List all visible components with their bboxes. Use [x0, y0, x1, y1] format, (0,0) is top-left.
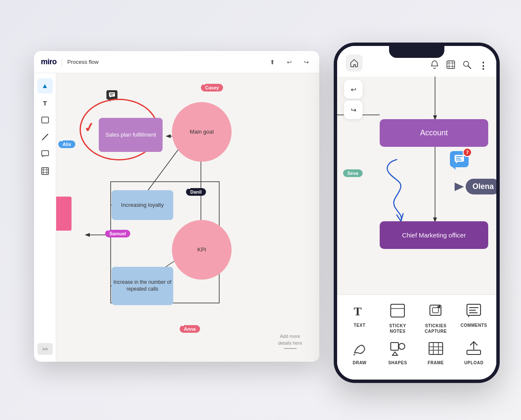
- svg-rect-19: [110, 94, 114, 94]
- add-more-details-text: Add moredetails here: [278, 333, 302, 349]
- alix-cursor: Alix: [58, 140, 75, 148]
- toolbar-text-icon: T: [349, 302, 371, 320]
- svg-point-26: [464, 61, 469, 66]
- sidebar-line-tool[interactable]: [37, 129, 53, 145]
- toolbar-comments-icon: [463, 302, 485, 320]
- toolbar-draw-item[interactable]: DRAW: [343, 339, 377, 365]
- phone-undo-button[interactable]: ↩: [344, 80, 363, 99]
- toolbar-text-item[interactable]: T TEXT: [343, 302, 377, 328]
- phone-comment-bubble[interactable]: 7: [450, 151, 469, 167]
- svg-rect-53: [467, 350, 481, 354]
- toolbar-row-2: DRAW SHAPES FRAME: [337, 339, 496, 365]
- toolbar-text-label: TEXT: [354, 323, 366, 328]
- home-icon[interactable]: [346, 54, 363, 71]
- phone-screen: ⋮ ↩ ↪: [337, 46, 496, 380]
- toolbar-capture-label: STICKIES CAPTURE: [425, 323, 447, 334]
- toolbar-shapes-label: SHAPES: [388, 360, 407, 365]
- phone-home-area: [346, 54, 363, 71]
- sidebar-sticky-tool[interactable]: [37, 112, 53, 128]
- phone-more-icon[interactable]: ⋮: [478, 60, 488, 71]
- toolbar-draw-label: DRAW: [352, 360, 366, 365]
- check-annotation: ✓: [83, 119, 96, 136]
- anna-cursor: Anna: [180, 325, 200, 333]
- casey-cursor: Casey: [201, 84, 223, 91]
- phone-search-icon[interactable]: [462, 60, 472, 71]
- increasing-loyalty-node[interactable]: Increasing loyalty: [112, 190, 173, 220]
- sidebar-select-tool[interactable]: ▲: [37, 78, 53, 94]
- svg-rect-40: [432, 308, 438, 313]
- scene: miro Process flow ⬆ ↩ ↪ ▲ T ···: [0, 0, 521, 420]
- canvas-area[interactable]: ✓ Sales plan fulfillment Main goal Incre…: [56, 73, 319, 362]
- window-sidebar: ▲ T ··· >>: [34, 73, 56, 362]
- svg-text:T: T: [354, 305, 362, 318]
- share-button[interactable]: ⬆: [266, 56, 278, 68]
- phone-frame-icon[interactable]: [446, 60, 455, 71]
- main-goal-node[interactable]: Main goal: [172, 102, 232, 162]
- svg-rect-0: [42, 117, 49, 123]
- svg-rect-20: [110, 95, 113, 96]
- phone-notification-icon[interactable]: [430, 60, 439, 71]
- samuel-cursor: Samuel: [105, 230, 130, 237]
- toolbar-upload-item[interactable]: UPLOAD: [457, 339, 491, 365]
- phone-toolbar: T TEXT STICKY NOTES: [337, 294, 496, 380]
- window-titlebar: miro Process flow ⬆ ↩ ↪: [34, 51, 319, 73]
- phone-account-node[interactable]: Account: [380, 119, 488, 147]
- toolbar-draw-icon: [349, 339, 371, 358]
- svg-rect-34: [456, 158, 461, 159]
- toolbar-comments-item[interactable]: COMMENTS: [457, 302, 491, 328]
- sales-plan-node[interactable]: Sales plan fulfillment: [99, 118, 163, 152]
- board-title: Process flow: [67, 59, 99, 65]
- toolbar-capture-item[interactable]: STICKIES CAPTURE: [419, 302, 453, 334]
- olena-label: Olena: [466, 179, 496, 194]
- svg-rect-48: [429, 343, 443, 354]
- toolbar-sticky-item[interactable]: STICKY NOTES: [381, 302, 415, 334]
- phone-cmo-node[interactable]: Chief Marketing officer: [380, 221, 488, 249]
- seva-cursor: Seva: [343, 169, 363, 177]
- sidebar-text-tool[interactable]: T: [37, 95, 53, 111]
- increase-calls-node[interactable]: Increase in the number of repeated calls: [112, 267, 173, 305]
- miro-logo: miro: [41, 57, 57, 66]
- toolbar-upload-icon: [463, 339, 485, 358]
- olena-cursor: Olena: [455, 179, 496, 194]
- svg-line-27: [468, 66, 471, 69]
- redo-button[interactable]: ↪: [301, 56, 312, 68]
- svg-rect-33: [456, 156, 463, 157]
- svg-point-47: [399, 343, 405, 349]
- toolbar-upload-label: UPLOAD: [464, 360, 484, 365]
- sidebar-comment-tool[interactable]: [37, 146, 53, 162]
- toolbar-comments-label: COMMENTS: [461, 323, 487, 328]
- svg-line-1: [42, 134, 48, 140]
- svg-rect-46: [391, 343, 398, 350]
- svg-rect-37: [391, 304, 404, 317]
- toolbar-capture-icon: [425, 302, 447, 320]
- toolbar-row-1: T TEXT STICKY NOTES: [337, 302, 496, 334]
- kpi-node[interactable]: KPI: [172, 220, 232, 280]
- pink-sticky-note: [56, 197, 72, 231]
- sidebar-frame-tool[interactable]: [37, 163, 53, 179]
- toolbar-shapes-icon: [386, 339, 409, 358]
- svg-rect-35: [456, 160, 462, 160]
- toolbar-frame-item[interactable]: FRAME: [419, 339, 453, 365]
- svg-rect-18: [109, 92, 115, 97]
- toolbar-sticky-icon: [386, 302, 409, 320]
- mobile-phone: ⋮ ↩ ↪: [334, 43, 500, 383]
- svg-rect-3: [42, 168, 49, 174]
- toolbar-shapes-item[interactable]: SHAPES: [381, 339, 415, 365]
- svg-rect-2: [42, 151, 49, 156]
- phone-topbar-right: ⋮: [430, 60, 488, 71]
- phone-redo-button[interactable]: ↪: [344, 100, 363, 119]
- comment-count-badge: 7: [463, 148, 472, 157]
- comment-icon-sales-plan: [106, 90, 117, 100]
- phone-notch: [389, 46, 444, 58]
- toolbar-frame-label: FRAME: [428, 360, 444, 365]
- phone-undobar: ↩ ↪: [344, 80, 363, 119]
- danil-cursor: Danil: [186, 188, 206, 196]
- toolbar-sticky-label: STICKY NOTES: [389, 323, 406, 334]
- undo-button[interactable]: ↩: [283, 56, 295, 68]
- titlebar-divider: [62, 58, 62, 66]
- toolbar-frame-icon: [425, 339, 447, 358]
- sidebar-expand-button[interactable]: >>: [37, 343, 53, 355]
- desktop-window: miro Process flow ⬆ ↩ ↪ ▲ T ···: [34, 51, 319, 362]
- svg-rect-21: [447, 61, 455, 69]
